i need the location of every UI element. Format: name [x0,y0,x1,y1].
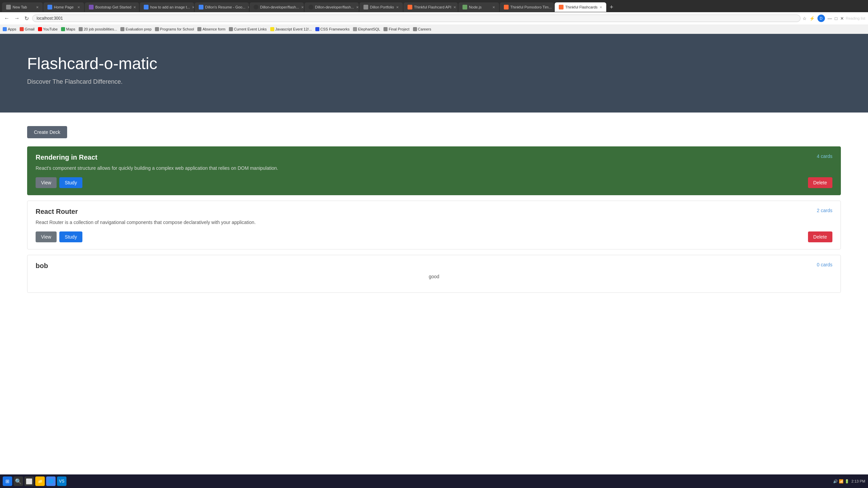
tab-thinkful-api[interactable]: Thinkful Flashcard API ✕ [403,2,458,12]
close-button[interactable]: ✕ [840,16,844,21]
bookmark-final-project[interactable]: Final Project [383,27,409,31]
bookmark-careers[interactable]: Careers [413,27,431,31]
url-input[interactable] [32,15,801,22]
star-icon[interactable]: ☆ [803,16,807,21]
deck-left-actions: View Study [36,177,82,188]
bookmark-icon [315,27,319,31]
tab-close-icon[interactable]: ✕ [490,5,495,9]
deck-header: bob 0 cards [36,262,832,270]
bookmark-elephantsql[interactable]: ElephantSQL [353,27,380,31]
tab-icon [254,5,258,9]
tab-icon [408,5,412,9]
reload-button[interactable]: ↻ [23,15,30,22]
minimize-button[interactable]: — [828,16,832,21]
gmail-icon [20,27,24,31]
tab-close-icon[interactable]: ✕ [245,5,249,9]
deck-card-count: 0 cards [817,262,832,267]
profile-icon[interactable]: D [817,15,825,22]
app-subtitle: Discover The Flashcard Difference. [27,78,841,85]
deck-description: React's component structure allows for q… [36,165,832,172]
tab-icon [559,5,564,9]
tab-nodejs[interactable]: Node.js ✕ [458,2,499,12]
tab-bootstrap[interactable]: Bootstrap Get Started ✕ [85,2,139,12]
deck-card-count: 4 cards [817,154,832,159]
tab-bar: New Tab ✕ Home Page ✕ Bootstrap Get Star… [0,0,868,12]
extension-icon[interactable]: ⚡ [809,16,815,21]
tab-new-tab[interactable]: New Tab ✕ [2,2,43,12]
bookmark-icon [79,27,83,31]
tab-close-icon[interactable]: ✕ [299,5,304,9]
deck-description: React Router is a collection of navigati… [36,219,832,226]
deck-left-actions: View Study [36,231,82,242]
view-button[interactable]: View [36,177,57,188]
browser-chrome: New Tab ✕ Home Page ✕ Bootstrap Get Star… [0,0,868,34]
app-title: Flashcard-o-matic [27,54,841,73]
deck-card-count: 2 cards [817,208,832,213]
tab-github-flash2[interactable]: Dillon-developer/flash... ✕ [304,2,359,12]
deck-header: React Router 2 cards [36,208,832,216]
bookmark-maps[interactable]: Maps [61,27,75,31]
tab-icon [6,5,11,9]
bookmarks-bar: Apps Gmail YouTube Maps 20 job possibili… [0,24,868,34]
deck-header: Rendering in React 4 cards [36,154,832,161]
tab-home-page[interactable]: Home Page ✕ [43,2,84,12]
tab-close-icon[interactable]: ✕ [451,5,456,9]
tab-icon [199,5,203,9]
apps-icon [3,27,7,31]
tab-close-icon[interactable]: ✕ [131,5,136,9]
bookmark-icon [413,27,417,31]
bookmark-css[interactable]: CSS Frameworks [315,27,350,31]
create-deck-button[interactable]: Create Deck [27,126,67,138]
deck-card-inner: Rendering in React 4 cards React's compo… [27,147,841,195]
bookmark-icon [155,27,159,31]
delete-button[interactable]: Delete [808,177,832,188]
study-button[interactable]: Study [59,231,82,242]
tab-close-icon[interactable]: ✕ [597,5,602,9]
deck-description: good [36,273,832,280]
tab-dillons-resume[interactable]: Dillon's Resume - Goo... ✕ [195,2,249,12]
deck-actions: View Study Delete [36,177,832,188]
bookmark-js-event[interactable]: Javascript Event 12/... [270,27,312,31]
new-tab-button[interactable]: + [607,4,616,11]
deck-card-inner: React Router 2 cards React Router is a c… [27,201,841,249]
restore-button[interactable]: □ [835,16,837,21]
bookmark-absence-form[interactable]: Absence form [197,27,225,31]
youtube-icon [38,27,42,31]
tab-icon [309,5,313,9]
bookmark-apps[interactable]: Apps [3,27,16,31]
tab-close-icon[interactable]: ✕ [354,5,359,9]
study-button[interactable]: Study [59,177,82,188]
bookmark-gmail[interactable]: Gmail [20,27,35,31]
tab-how-to-image[interactable]: how to add an image t... ✕ [140,2,194,12]
bookmark-jobs[interactable]: 20 job possibilities... [79,27,117,31]
tab-close-icon[interactable]: ✕ [552,5,554,9]
deck-card-bob: bob 0 cards good [27,255,841,293]
tab-close-icon[interactable]: ✕ [75,5,80,9]
main-content: Create Deck Rendering in React 4 cards R… [0,113,868,312]
bookmark-youtube[interactable]: YouTube [38,27,58,31]
bookmark-icon [383,27,388,31]
bookmark-programs[interactable]: Programs for School [155,27,194,31]
tab-icon [462,5,467,9]
browser-actions: ☆ ⚡ D — □ ✕ [803,15,844,22]
deck-actions: View Study Delete [36,231,832,242]
tab-portfolio[interactable]: Dillon Portfolio ✕ [359,2,403,12]
hero-section: Flashcard-o-matic Discover The Flashcard… [0,34,868,113]
reading-list-button[interactable]: Reading list [846,16,865,20]
delete-button[interactable]: Delete [808,231,832,242]
view-button[interactable]: View [36,231,57,242]
back-button[interactable]: ← [3,15,11,22]
tab-close-icon[interactable]: ✕ [34,5,39,9]
tab-thinkful-flashcards[interactable]: Thinkful Flashcards ✕ [555,2,606,12]
bookmark-icon [270,27,274,31]
deck-name: Rendering in React [36,154,97,161]
tab-github-flash1[interactable]: Dillon-developer/flash... ✕ [250,2,304,12]
bookmark-eval-prep[interactable]: Evaluation prep [120,27,151,31]
forward-button[interactable]: → [13,15,21,22]
tab-close-icon[interactable]: ✕ [190,5,194,9]
tab-close-icon[interactable]: ✕ [394,5,399,9]
tab-icon [363,5,368,9]
tab-icon [89,5,94,9]
tab-pomodoro[interactable]: Thinkful Pomodoro Tim... ✕ [500,2,554,12]
bookmark-current-events[interactable]: Current Event Links [229,27,267,31]
